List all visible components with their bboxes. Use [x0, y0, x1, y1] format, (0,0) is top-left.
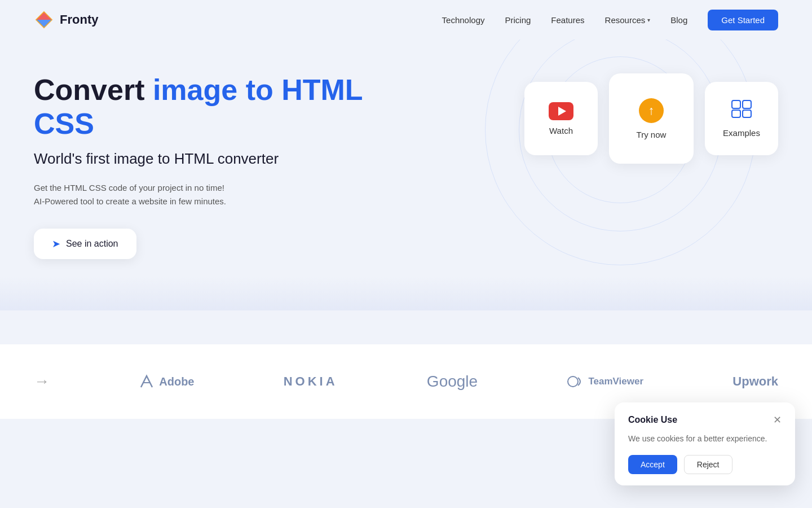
- brand-nokia: NOKIA: [284, 374, 338, 389]
- brand-google: Google: [427, 373, 478, 391]
- watch-card[interactable]: Watch: [524, 82, 598, 155]
- svg-point-7: [568, 376, 578, 387]
- hero-description: Get the HTML CSS code of your project in…: [34, 181, 383, 208]
- hero-section: Convert image to HTML CSS World's first …: [0, 40, 812, 310]
- try-now-card[interactable]: ↑ Try now: [609, 73, 694, 164]
- hero-cards: Watch ↑ Try now Examples: [524, 73, 778, 164]
- adobe-label: Adobe: [159, 375, 194, 388]
- nav-blog[interactable]: Blog: [670, 15, 687, 25]
- try-now-card-label: Try now: [637, 130, 667, 139]
- cookie-banner: Cookie Use ✕ We use cookies for a better…: [615, 402, 795, 485]
- teamviewer-label: TeamViewer: [588, 376, 643, 387]
- brand-teamviewer: TeamViewer: [567, 375, 643, 388]
- watch-card-label: Watch: [549, 126, 573, 135]
- cookie-header: Cookie Use ✕: [628, 414, 782, 426]
- cookie-buttons: Accept Reject: [628, 455, 782, 474]
- cookie-close-button[interactable]: ✕: [773, 414, 782, 426]
- get-started-button[interactable]: Get Started: [708, 10, 778, 30]
- upload-icon: ↑: [639, 98, 664, 123]
- hero-subtitle: World's first image to HTML converter: [34, 150, 383, 168]
- logo-text: Fronty: [60, 12, 98, 27]
- cookie-text: We use cookies for a better experience.: [628, 433, 782, 445]
- chevron-down-icon: ▾: [647, 17, 650, 23]
- logo[interactable]: Fronty: [34, 10, 98, 30]
- cookie-reject-button[interactable]: Reject: [684, 455, 732, 474]
- examples-card[interactable]: Examples: [705, 82, 778, 155]
- nav-pricing[interactable]: Pricing: [505, 15, 531, 25]
- brand-upwork: Upwork: [732, 374, 778, 389]
- hero-title: Convert image to HTML CSS: [34, 73, 383, 141]
- cookie-accept-button[interactable]: Accept: [628, 455, 677, 474]
- cookie-title: Cookie Use: [628, 415, 677, 425]
- hero-title-plain: Convert: [34, 73, 153, 106]
- svg-marker-0: [36, 12, 52, 20]
- nav-features[interactable]: Features: [551, 15, 584, 25]
- svg-rect-4: [743, 100, 751, 108]
- google-label: Google: [427, 373, 478, 391]
- play-triangle: [558, 107, 566, 116]
- arrow-icon: ➤: [52, 238, 60, 250]
- nav-links: Technology Pricing Features Resources ▾ …: [442, 10, 778, 30]
- svg-rect-6: [743, 110, 751, 117]
- see-action-label: See in action: [66, 239, 118, 249]
- examples-card-label: Examples: [723, 128, 760, 138]
- brand-adobe: Adobe: [139, 374, 194, 389]
- gallery-icon: [731, 100, 752, 122]
- brands-arrow-icon: →: [34, 373, 50, 391]
- hero-wave: [0, 277, 812, 310]
- see-action-button[interactable]: ➤ See in action: [34, 229, 136, 259]
- navbar: Fronty Technology Pricing Features Resou…: [0, 0, 812, 40]
- nav-technology[interactable]: Technology: [442, 15, 485, 25]
- youtube-icon: [549, 102, 573, 120]
- nav-resources[interactable]: Resources ▾: [605, 15, 651, 25]
- nokia-label: NOKIA: [284, 374, 338, 389]
- upwork-label: Upwork: [732, 374, 778, 389]
- svg-rect-3: [732, 100, 740, 108]
- svg-rect-5: [732, 110, 740, 117]
- hero-content: Convert image to HTML CSS World's first …: [34, 73, 383, 259]
- svg-marker-1: [36, 20, 52, 28]
